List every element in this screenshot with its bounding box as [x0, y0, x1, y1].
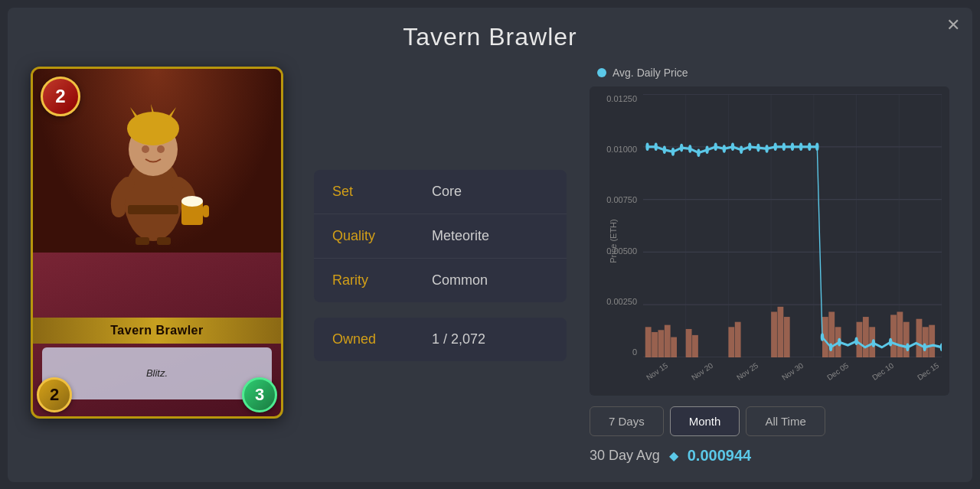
set-label: Set — [332, 184, 416, 200]
chart-section: Avg. Daily Price 0.01250 0.01000 0.00750… — [590, 67, 949, 465]
svg-point-53 — [663, 145, 666, 154]
svg-point-54 — [671, 148, 675, 156]
svg-rect-12 — [136, 237, 149, 245]
card-bottom-stats: 2 3 — [37, 377, 277, 412]
info-table: Set Core Quality Meteorite Rarity Common — [314, 170, 567, 302]
svg-point-11 — [181, 196, 203, 207]
avg-row: 30 Day Avg ◆ 0.000944 — [590, 447, 949, 465]
card-health-value: 3 — [255, 385, 264, 405]
info-section: Set Core Quality Meteorite Rarity Common… — [314, 67, 567, 465]
quality-label: Quality — [332, 228, 416, 244]
svg-point-77 — [889, 337, 892, 346]
svg-rect-35 — [735, 321, 741, 357]
set-value: Core — [432, 184, 462, 200]
card-section: 2 ⚙ — [31, 67, 291, 465]
svg-rect-29 — [658, 330, 665, 357]
svg-point-63 — [748, 142, 751, 151]
svg-point-55 — [680, 143, 683, 152]
rarity-label: Rarity — [332, 272, 416, 289]
x-axis-labels: Nov 15 Nov 20 Nov 25 Nov 30 Dec 05 Dec 1… — [643, 372, 942, 383]
rarity-value: Common — [432, 272, 488, 289]
svg-point-61 — [731, 142, 734, 151]
chart-container: 0.01250 0.01000 0.00750 0.00500 0.00250 … — [590, 86, 949, 396]
svg-point-70 — [808, 142, 811, 151]
svg-point-73 — [829, 343, 832, 351]
x-label-dec05: Dec 05 — [825, 360, 850, 381]
svg-point-76 — [872, 339, 875, 347]
game-card: 2 ⚙ — [31, 67, 283, 419]
svg-rect-45 — [890, 315, 897, 357]
x-label-nov15: Nov 15 — [645, 360, 669, 381]
card-name: Tavern Brawler — [110, 324, 203, 337]
card-attack-value: 2 — [50, 385, 59, 405]
eth-icon: ◆ — [669, 448, 678, 463]
svg-point-67 — [782, 142, 786, 151]
svg-point-69 — [799, 142, 802, 151]
svg-rect-32 — [686, 328, 692, 357]
chart-legend: Avg. Daily Price — [590, 67, 949, 79]
svg-rect-33 — [692, 334, 698, 357]
nameplate-arrow-left — [31, 323, 33, 338]
y-label-4: 0.01000 — [606, 145, 637, 154]
close-button[interactable]: ✕ — [946, 17, 960, 34]
info-row-set: Set Core — [314, 170, 567, 214]
nameplate-arrow-right — [281, 323, 283, 338]
card-mana-badge: 2 — [41, 77, 80, 116]
month-button[interactable]: Month — [670, 406, 740, 436]
svg-rect-31 — [671, 337, 677, 357]
svg-rect-47 — [903, 321, 910, 357]
svg-point-60 — [723, 145, 726, 153]
info-table-owned: Owned 1 / 2,072 — [314, 318, 567, 361]
svg-point-68 — [791, 142, 794, 151]
card-nameplate: Tavern Brawler — [33, 318, 281, 344]
svg-point-8 — [157, 145, 165, 153]
card-attack-badge: 2 — [37, 377, 72, 412]
svg-rect-28 — [652, 331, 658, 357]
svg-point-75 — [854, 337, 858, 345]
info-row-quality: Quality Meteorite — [314, 214, 567, 259]
svg-rect-1 — [128, 205, 178, 214]
x-label-nov25: Nov 25 — [735, 360, 760, 381]
y-label-0: 0 — [632, 347, 637, 357]
y-label-1: 0.00250 — [606, 297, 637, 306]
svg-point-65 — [765, 145, 768, 153]
svg-point-78 — [906, 343, 909, 351]
svg-point-62 — [740, 145, 743, 154]
svg-point-74 — [838, 337, 841, 346]
x-label-nov30: Nov 30 — [780, 360, 805, 381]
all-time-button[interactable]: All Time — [746, 406, 825, 436]
avg-label: 30 Day Avg — [590, 448, 660, 464]
card-health-badge: 3 — [242, 377, 277, 412]
svg-rect-48 — [916, 318, 923, 357]
avg-value: 0.000944 — [688, 447, 751, 465]
svg-point-64 — [756, 143, 760, 152]
x-label-nov20: Nov 20 — [690, 360, 714, 381]
chart-area: Nov 15 Nov 20 Nov 25 Nov 30 Dec 05 Dec 1… — [643, 94, 942, 357]
svg-point-56 — [688, 145, 691, 153]
svg-rect-37 — [778, 306, 784, 357]
svg-rect-10 — [203, 205, 209, 217]
svg-rect-13 — [157, 237, 171, 245]
svg-rect-27 — [645, 327, 652, 357]
svg-point-58 — [705, 145, 708, 154]
svg-rect-46 — [897, 311, 903, 357]
x-label-dec15: Dec 15 — [916, 360, 940, 381]
svg-point-59 — [714, 142, 717, 151]
info-row-owned: Owned 1 / 2,072 — [314, 318, 567, 361]
card-mana-value: 2 — [55, 86, 65, 107]
svg-point-57 — [697, 148, 700, 157]
y-label-3: 0.00750 — [606, 195, 637, 204]
owned-label: Owned — [332, 331, 416, 347]
svg-rect-34 — [728, 327, 734, 357]
modal-title: Tavern Brawler — [31, 23, 949, 51]
svg-point-72 — [821, 333, 824, 341]
svg-point-71 — [815, 142, 818, 151]
svg-point-52 — [654, 142, 657, 151]
info-row-rarity: Rarity Common — [314, 259, 567, 302]
svg-rect-50 — [929, 324, 935, 357]
svg-rect-38 — [784, 317, 790, 357]
info-divider — [314, 302, 567, 318]
7-days-button[interactable]: 7 Days — [590, 406, 664, 436]
time-buttons: 7 Days Month All Time — [590, 406, 949, 436]
x-label-dec10: Dec 10 — [871, 360, 895, 381]
